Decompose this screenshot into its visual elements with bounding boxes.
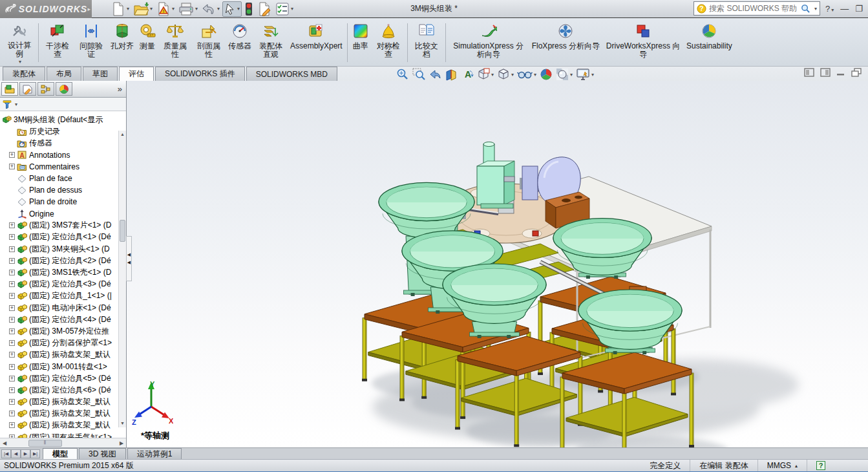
ribbon-button-assembly-visualization[interactable]: 装配体直观 xyxy=(254,19,288,66)
tree-filter-bar[interactable]: ▾ xyxy=(0,98,126,111)
help-button[interactable]: ?▾ xyxy=(825,4,834,14)
dropdown-arrow[interactable]: ▾ xyxy=(217,6,220,12)
expand-toggle[interactable]: + xyxy=(9,317,15,323)
open-button[interactable]: ▾ xyxy=(132,1,154,17)
tab-草图[interactable]: 草图 xyxy=(83,67,118,81)
ribbon-button-clearance-verify[interactable]: 间隙验证 xyxy=(74,19,108,66)
ribbon-button-mass-properties[interactable]: 质量属性 xyxy=(158,19,192,66)
tree-item[interactable]: +(固定) 定位治具_1<1> (| xyxy=(0,290,126,302)
units-selector[interactable]: MMGS ▴ xyxy=(757,460,807,471)
tree-item[interactable]: +(固定) 定位治具<4> (Dé xyxy=(0,314,126,325)
search-dropdown-arrow[interactable]: ▾ xyxy=(814,6,817,12)
expand-toggle[interactable]: + xyxy=(9,305,15,311)
quick-tips-toggle[interactable]: ? xyxy=(807,460,834,471)
sheet-tab-3D 视图[interactable]: 3D 视图 xyxy=(79,448,126,459)
expand-toggle[interactable]: + xyxy=(9,293,15,299)
print-button[interactable]: ▾ xyxy=(177,1,199,17)
tree-item[interactable]: +(固定) 定位治具<5> (Dé xyxy=(0,372,126,384)
ribbon-button-sustainability[interactable]: Sustainability xyxy=(684,19,735,66)
dropdown-arrow[interactable]: ▾ xyxy=(534,72,536,78)
scroll-down-arrow[interactable]: ▼ xyxy=(119,420,126,427)
graphics-viewport[interactable]: Y X Z *等轴测 xyxy=(127,81,868,447)
scroll-thumb[interactable] xyxy=(120,220,125,242)
expand-toggle[interactable]: + xyxy=(9,222,15,228)
annotation-view-button[interactable]: A xyxy=(460,67,474,81)
expand-toggle[interactable]: + xyxy=(9,281,15,287)
ribbon-button-interference-check[interactable]: 干涉检查 xyxy=(41,19,74,66)
rebuild-button[interactable] xyxy=(243,1,255,17)
ribbon-button-driveworksxpress[interactable]: DriveWorksXpress 向导 xyxy=(602,19,684,66)
tree-item[interactable]: +(固定) 定位治具<1> (Dé xyxy=(0,231,126,243)
pane-split-left-button[interactable] xyxy=(804,68,814,79)
featuremanager-tab[interactable] xyxy=(1,82,18,96)
tree-item[interactable]: 传感器 xyxy=(0,137,126,149)
filter-dropdown-arrow[interactable]: ▾ xyxy=(15,102,17,107)
select-button[interactable]: ▾ xyxy=(222,1,242,17)
tab-评估[interactable]: 评估 xyxy=(119,67,154,81)
section-view-button[interactable] xyxy=(444,67,458,81)
expand-toggle[interactable]: + xyxy=(9,399,15,405)
hscroll-thumb[interactable]: ⫴ xyxy=(28,440,62,447)
dropdown-arrow[interactable]: ▾ xyxy=(591,72,594,78)
tree-item[interactable]: +(固定) 定位治具<3> (Dé xyxy=(0,279,126,290)
expand-toggle[interactable]: + xyxy=(9,234,15,240)
expand-toggle[interactable]: + xyxy=(9,258,15,264)
ribbon-button-measure[interactable]: 测量 xyxy=(136,19,158,66)
tree-root-item[interactable]: 3M铜头组装 (Défaut<显示 xyxy=(0,114,126,125)
previous-view-button[interactable] xyxy=(428,67,442,81)
ribbon-button-compare-documents[interactable]: 比较文档 xyxy=(410,19,443,66)
view-settings-button[interactable]: ▾ xyxy=(575,67,595,81)
dropdown-arrow[interactable]: ▾ xyxy=(570,72,573,78)
tree-item[interactable]: +(固定) 振动盘支架_默认 xyxy=(0,349,126,361)
tree-item[interactable]: +(固定) 振动盘支架_默认 xyxy=(0,420,126,431)
help-search-box[interactable]: ? ▾ xyxy=(693,1,820,16)
tree-item[interactable]: +(固定) 3M夹铜头<1> (D xyxy=(0,243,126,255)
tree-horizontal-scrollbar[interactable]: ◀ ⫴ ▶ xyxy=(0,438,126,447)
menu-flyout-arrow[interactable]: ▸ xyxy=(87,6,90,12)
scroll-up-arrow[interactable]: ▲ xyxy=(119,131,126,138)
units-dropdown-arrow[interactable]: ▴ xyxy=(795,463,798,469)
expand-toggle[interactable]: + xyxy=(9,387,15,393)
ribbon-button-assemblyxpert[interactable]: AssemblyXpert xyxy=(288,19,345,66)
expand-toggle[interactable]: + xyxy=(9,434,15,438)
tree-item[interactable]: +(固定) 振动盘支架_默认 xyxy=(0,408,126,420)
expand-toggle[interactable]: + xyxy=(9,164,15,169)
sheet-nav-prev[interactable]: ◀ xyxy=(11,449,21,458)
tree-item[interactable]: +(固定) 振动盘支架_默认 xyxy=(0,396,126,408)
tree-item[interactable]: +AAnnotations xyxy=(0,149,126,161)
dropdown-arrow[interactable]: ▾ xyxy=(491,72,494,78)
dropdown-arrow[interactable]: ▾ xyxy=(237,6,240,12)
expand-toggle[interactable]: + xyxy=(9,270,15,275)
ribbon-button-curvature[interactable]: 曲率 xyxy=(350,19,372,66)
tree-vertical-scrollbar[interactable]: ▲ ▼ xyxy=(118,131,126,427)
minimize-app-button[interactable]: — xyxy=(840,4,849,14)
sheet-tab-运动算例1[interactable]: 运动算例1 xyxy=(127,448,182,459)
ribbon-button-symmetry-check[interactable]: 对称检查 xyxy=(372,19,405,66)
view-orientation-button[interactable]: ▾ xyxy=(476,67,494,81)
ribbon-button-hole-alignment[interactable]: 孔对齐 xyxy=(108,19,136,66)
tree-item[interactable]: +(固定) 现有夹手气缸<1> xyxy=(0,431,126,438)
ribbon-button-simulationxpress[interactable]: SimulationXpress 分析向导 xyxy=(448,19,529,66)
configurationmanager-tab[interactable] xyxy=(37,82,54,96)
new-document-button[interactable]: ▾ xyxy=(110,1,131,17)
restore-app-button[interactable]: ❐ xyxy=(855,4,863,14)
edit-appearance-button[interactable] xyxy=(539,67,553,81)
tree-item[interactable]: +(固定) 3M-001转盘<1> xyxy=(0,361,126,372)
sheet-tab-模型[interactable]: 模型 xyxy=(43,448,78,459)
propertymanager-tab[interactable] xyxy=(19,82,36,96)
tree-item[interactable]: +Commentaires xyxy=(0,161,126,173)
ribbon-button-floxpress[interactable]: FloXpress 分析向导 xyxy=(529,19,602,66)
scroll-right-arrow[interactable]: ▶ xyxy=(117,440,126,446)
sheet-nav-next[interactable]: ▶ xyxy=(21,449,30,458)
expand-toggle[interactable]: + xyxy=(9,340,15,346)
zoom-to-fit-button[interactable] xyxy=(396,67,410,81)
tree-item[interactable]: Plan de dessus xyxy=(0,184,126,196)
expand-toggle[interactable]: + xyxy=(9,376,15,381)
tab-布局[interactable]: 布局 xyxy=(47,67,81,81)
dropdown-arrow[interactable]: ▾ xyxy=(127,6,129,12)
expand-toggle[interactable]: + xyxy=(9,246,15,252)
tab-SOLIDWORKS 插件[interactable]: SOLIDWORKS 插件 xyxy=(155,67,245,81)
tree-item[interactable]: +(固定) 3MS1铁壳<1> (D xyxy=(0,266,126,278)
sheet-nav-last[interactable]: ▶| xyxy=(30,449,40,458)
dropdown-arrow[interactable]: ▾ xyxy=(150,6,153,12)
